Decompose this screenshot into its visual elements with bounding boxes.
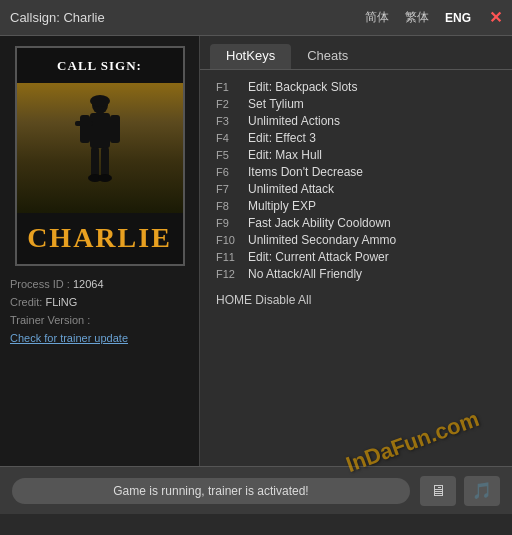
hotkey-row: F7Unlimited Attack [216, 182, 496, 196]
close-button[interactable]: ✕ [489, 8, 502, 27]
tabs: HotKeys Cheats [200, 36, 512, 70]
hotkey-row: F3Unlimited Actions [216, 114, 496, 128]
cover-subtitle: CHARLIE [27, 222, 172, 254]
svg-rect-6 [91, 147, 99, 177]
hotkey-row: F10Unlimited Secondary Ammo [216, 233, 496, 247]
soldier-icon [75, 93, 125, 203]
tab-cheats[interactable]: Cheats [291, 44, 364, 69]
svg-point-1 [90, 95, 110, 107]
tab-hotkeys[interactable]: HotKeys [210, 44, 291, 69]
music-icon: 🎵 [472, 481, 492, 500]
hotkey-action: Unlimited Attack [248, 182, 334, 196]
hotkey-key: F4 [216, 132, 248, 144]
right-panel: HotKeys Cheats F1Edit: Backpack SlotsF2S… [200, 36, 512, 466]
language-buttons: 简体 繁体 ENG ✕ [361, 7, 502, 28]
hotkeys-content: F1Edit: Backpack SlotsF2Set TyliumF3Unli… [200, 70, 512, 466]
process-label: Process ID : [10, 278, 70, 290]
music-icon-btn[interactable]: 🎵 [464, 476, 500, 506]
hotkey-action: Items Don't Decrease [248, 165, 363, 179]
svg-rect-5 [110, 115, 120, 143]
hotkey-row: F4Edit: Effect 3 [216, 131, 496, 145]
hotkey-action: Edit: Current Attack Power [248, 250, 389, 264]
hotkey-row: F12No Attack/All Friendly [216, 267, 496, 281]
hotkey-key: F10 [216, 234, 248, 246]
hotkey-key: F11 [216, 251, 248, 263]
hotkey-action: Multiply EXP [248, 199, 316, 213]
hotkey-action: Fast Jack Ability Cooldown [248, 216, 391, 230]
hotkey-row: F8Multiply EXP [216, 199, 496, 213]
hotkey-action: Unlimited Secondary Ammo [248, 233, 396, 247]
hotkey-row: F1Edit: Backpack Slots [216, 80, 496, 94]
hotkey-key: F5 [216, 149, 248, 161]
svg-point-9 [98, 174, 112, 182]
hotkey-row: F5Edit: Max Hull [216, 148, 496, 162]
svg-rect-4 [75, 121, 93, 126]
english-btn[interactable]: ENG [441, 9, 475, 27]
svg-rect-7 [101, 147, 109, 177]
credit-row: Credit: FLiNG [10, 296, 189, 308]
process-value: 12064 [73, 278, 104, 290]
hotkey-action: Set Tylium [248, 97, 304, 111]
hotkey-action: No Attack/All Friendly [248, 267, 362, 281]
title-bar: Callsign: Charlie 简体 繁体 ENG ✕ [0, 0, 512, 36]
trainer-row: Trainer Version : [10, 314, 189, 326]
svg-rect-2 [90, 113, 110, 148]
traditional-chinese-btn[interactable]: 繁体 [401, 7, 433, 28]
hotkey-action: Edit: Effect 3 [248, 131, 316, 145]
hotkey-key: F1 [216, 81, 248, 93]
hotkey-key: F3 [216, 115, 248, 127]
left-panel: CALL SIGN: [0, 36, 200, 466]
hotkey-row: F6Items Don't Decrease [216, 165, 496, 179]
game-cover: CALL SIGN: [15, 46, 185, 266]
status-message: Game is running, trainer is activated! [12, 478, 410, 504]
monitor-icon: 🖥 [430, 482, 446, 500]
hotkey-key: F9 [216, 217, 248, 229]
cover-title: CALL SIGN: [57, 58, 142, 74]
hotkey-key: F6 [216, 166, 248, 178]
window-title: Callsign: Charlie [10, 10, 361, 25]
status-icons: 🖥 🎵 [420, 476, 500, 506]
credit-value: FLiNG [45, 296, 77, 308]
home-action-row: HOME Disable All [216, 293, 496, 307]
hotkey-action: Unlimited Actions [248, 114, 340, 128]
monitor-icon-btn[interactable]: 🖥 [420, 476, 456, 506]
status-bar: Game is running, trainer is activated! 🖥… [0, 466, 512, 514]
main-content: CALL SIGN: [0, 36, 512, 466]
hotkey-row: F9Fast Jack Ability Cooldown [216, 216, 496, 230]
hotkey-row: F11Edit: Current Attack Power [216, 250, 496, 264]
credit-label: Credit: [10, 296, 42, 308]
svg-rect-3 [80, 115, 90, 143]
cover-image [17, 83, 183, 213]
update-row: Check for trainer update [10, 332, 189, 344]
hotkey-key: F7 [216, 183, 248, 195]
hotkey-action: Edit: Max Hull [248, 148, 322, 162]
hotkey-row: F2Set Tylium [216, 97, 496, 111]
update-link[interactable]: Check for trainer update [10, 332, 128, 344]
simplified-chinese-btn[interactable]: 简体 [361, 7, 393, 28]
trainer-label: Trainer Version : [10, 314, 90, 326]
hotkey-key: F2 [216, 98, 248, 110]
process-row: Process ID : 12064 [10, 278, 189, 290]
hotkey-action: Edit: Backpack Slots [248, 80, 357, 94]
meta-info: Process ID : 12064 Credit: FLiNG Trainer… [0, 266, 199, 362]
hotkey-key: F12 [216, 268, 248, 280]
hotkey-key: F8 [216, 200, 248, 212]
